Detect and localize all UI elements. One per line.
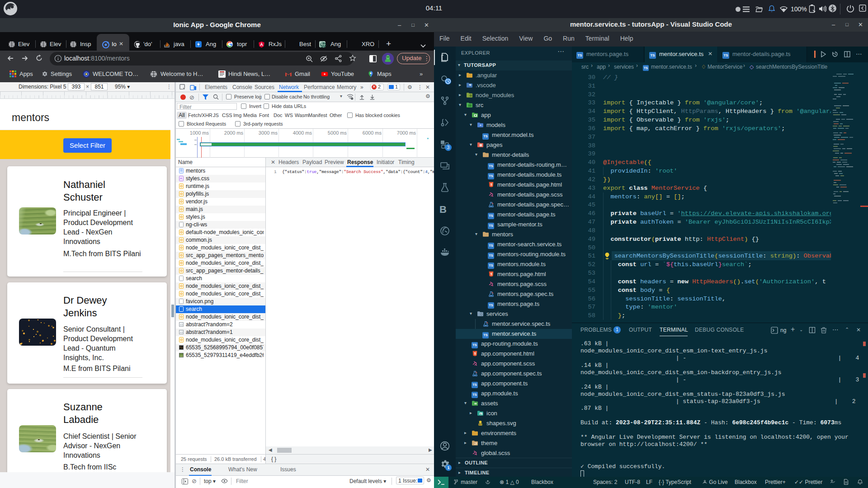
svg-text:5: 5: [491, 183, 492, 186]
svg-text:5: 5: [474, 352, 476, 355]
svg-text:5: 5: [491, 272, 492, 276]
svg-text:SVG: SVG: [479, 424, 482, 426]
